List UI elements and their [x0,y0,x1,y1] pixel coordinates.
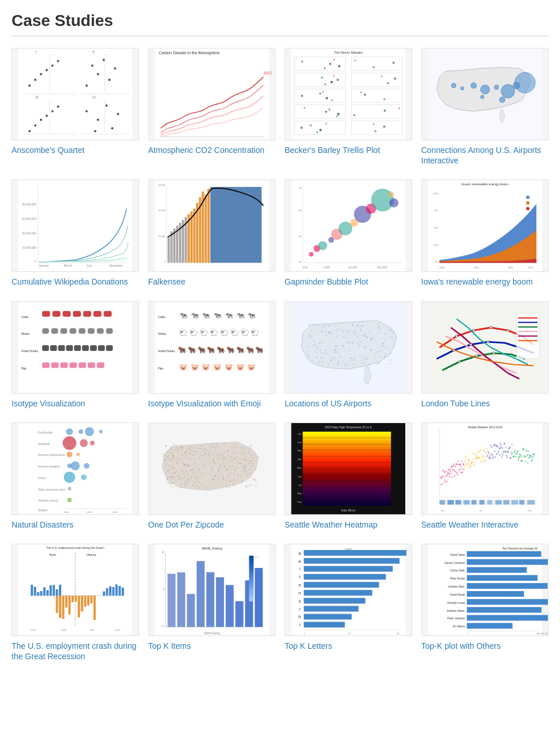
card-title-topk[interactable]: Top K Items [148,641,276,651]
card-co2[interactable]: Carbon Dioxide in the Atmosphere 2017 At… [148,48,276,166]
card-title-topk_others[interactable]: Top-K plot with Others [421,641,549,651]
svg-point-639 [171,467,172,468]
card-airports_conn[interactable]: Connections Among U.S. Airports Interact… [421,48,549,166]
svg-point-673 [229,480,230,481]
card-title-london_tube[interactable]: London Tube Lines [421,398,549,409]
svg-point-898 [496,446,498,447]
card-isotype[interactable]: Cattle Sheep United States Pigs Isotype … [12,301,139,409]
svg-text:II: II [92,50,95,54]
card-topk_letters[interactable]: a e i t o n s [285,544,412,661]
svg-point-343 [335,350,337,352]
svg-point-321 [318,362,319,364]
svg-point-328 [317,346,318,347]
svg-point-23 [40,118,42,121]
svg-point-723 [215,448,216,450]
svg-point-60 [331,99,333,101]
svg-point-573 [178,479,179,480]
svg-point-70 [319,129,322,131]
svg-point-566 [249,484,251,485]
svg-point-10 [34,79,36,81]
card-isotype_emoji[interactable]: Cattle Sheep United States Pigs 🐄🐄🐄🐄🐄🐄🐄 … [148,301,276,409]
svg-text:🐷: 🐷 [224,362,233,371]
card-title-isotype[interactable]: Isotype Visualization [12,398,139,409]
card-barley[interactable]: The Morris Mistake [285,48,412,166]
svg-point-559 [165,445,166,446]
card-employment[interactable]: The U.S. employment crash during the Gre… [12,544,139,661]
card-title-isotype_emoji[interactable]: Isotype Visualization with Emoji [148,398,276,409]
svg-point-359 [326,334,327,335]
card-seattle_interactive[interactable]: Seattle Weather 2012-2015 Jan Jul Dec Se… [421,423,549,530]
svg-point-971 [531,458,532,459]
card-topk_others[interactable]: Top Directors by Average W David Yates J… [421,544,549,661]
card-topk[interactable]: IMDB_Rating 5.9 8 10 0.2 0.1 0.0 I [148,544,276,661]
card-title-gapminder[interactable]: Gapminder Bubble Plot [285,276,412,287]
svg-rect-1100 [466,615,548,621]
svg-point-846 [472,453,473,454]
card-title-anscombe[interactable]: Anscombe's Quartet [12,145,139,155]
card-seattle_heat[interactable]: 2010 Daily High Temperature (F) in S Jan [285,423,412,530]
card-title-falkensee[interactable]: Falkensee [148,276,276,287]
svg-rect-1016 [56,596,58,613]
svg-rect-1027 [90,596,92,603]
svg-point-523 [196,451,197,453]
svg-text:Bush: Bush [50,554,56,556]
card-title-topk_letters[interactable]: Top K Letters [285,641,412,651]
svg-rect-205 [106,345,113,351]
svg-point-392 [328,364,329,365]
card-title-disasters[interactable]: Natural Disasters [12,519,139,530]
card-anscombe[interactable]: I II III IV Anscombe's Quartet [12,48,139,166]
svg-point-565 [244,465,245,466]
svg-rect-201 [74,345,81,351]
card-title-airports_conn[interactable]: Connections Among U.S. Airports Interact… [421,145,549,166]
svg-point-820 [460,466,461,467]
svg-text:2017: 2017 [263,71,272,75]
card-falkensee[interactable]: 0 20,000 40,000 60,000 Falkensee [148,180,276,287]
svg-rect-202 [82,345,89,351]
svg-rect-1042 [235,601,243,627]
card-title-seattle_interactive[interactable]: Seattle Weather Interactive [421,519,549,530]
svg-rect-199 [58,345,65,351]
svg-point-408 [458,360,460,362]
svg-point-331 [316,324,317,325]
svg-point-439 [64,472,76,483]
svg-point-933 [513,455,514,457]
svg-point-86 [384,110,386,112]
svg-point-746 [240,476,241,477]
svg-text:25%: 25% [434,244,438,246]
svg-point-539 [184,464,185,465]
svg-point-306 [345,363,346,364]
card-title-co2[interactable]: Atmospheric CO2 Concentration [148,145,276,155]
card-title-airports_loc[interactable]: Locations of US Airports [285,398,412,409]
svg-point-590 [214,475,215,476]
svg-point-915 [505,451,506,452]
svg-point-527 [167,471,169,472]
card-title-barley[interactable]: Becker's Barley Trellis Plot [285,145,412,155]
svg-rect-986 [503,500,509,504]
card-wikipedia[interactable]: 0 20,000,000 40,000,000 60,000,000 80,00… [12,180,139,287]
svg-text:George Lucas: George Lucas [447,601,465,604]
svg-rect-120 [170,231,173,263]
card-title-wikipedia[interactable]: Cumulative Wikipedia Donations [12,276,139,287]
card-london_tube[interactable]: London Tube Lines [421,301,549,409]
svg-point-396 [311,337,312,338]
card-airports_loc[interactable]: Locations of US Airports [285,301,412,409]
card-title-zipcode[interactable]: One Dot Per Zipcode [148,519,276,530]
svg-point-403 [490,326,492,328]
svg-point-664 [185,481,186,482]
svg-text:Mar: Mar [297,449,301,452]
card-title-employment[interactable]: The U.S. employment crash during the Gre… [12,641,139,661]
card-disasters[interactable]: Earthquake Epidemic Extreme temperature … [12,423,139,530]
svg-point-72 [316,132,318,133]
card-iowa[interactable]: Iowa's renewable energy boom 0% 25% 50% … [421,180,549,287]
svg-point-473 [232,461,233,462]
svg-point-405 [452,349,454,352]
svg-text:David Slade: David Slade [450,593,465,596]
svg-point-325 [357,324,359,326]
card-title-seattle_heat[interactable]: Seattle Weather Heatmap [285,519,412,530]
card-zipcode[interactable]: One Dot Per Zipcode [148,423,276,530]
svg-point-477 [245,457,246,458]
card-title-iowa[interactable]: Iowa's renewable energy boom [421,276,549,287]
svg-point-714 [211,470,212,471]
svg-point-916 [505,446,506,447]
card-gapminder[interactable]: 100 1,000 10,000 100,000 20 40 60 80 Gap… [285,180,412,287]
